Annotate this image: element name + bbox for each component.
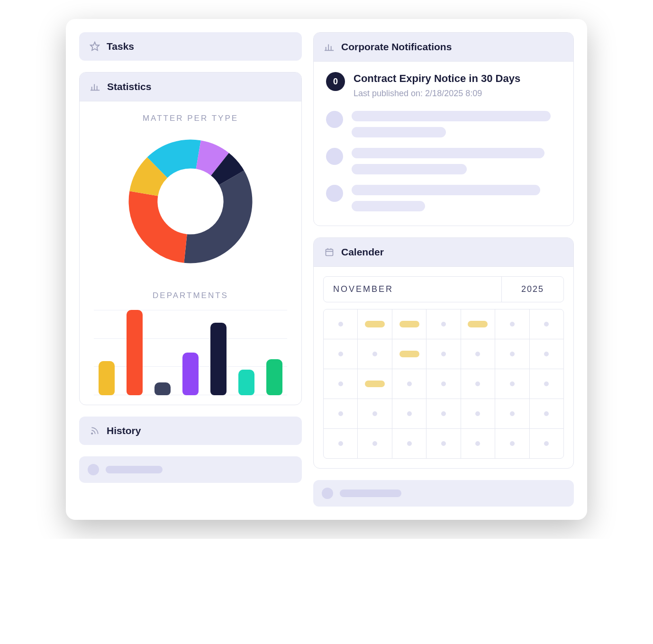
calendar-empty-dot: [338, 411, 343, 416]
notifications-title: Corporate Notifications: [341, 41, 452, 53]
calendar-cell[interactable]: [495, 369, 529, 399]
notification-placeholder: [326, 111, 561, 137]
calendar-cell[interactable]: [392, 429, 426, 458]
calendar-empty-dot: [338, 381, 343, 386]
calendar-cell[interactable]: [324, 399, 357, 428]
calendar-nav: NOVEMBER 2025: [323, 276, 564, 302]
calendar-event-pill: [365, 381, 385, 387]
calendar-cell[interactable]: [529, 339, 563, 369]
calendar-cell[interactable]: [461, 369, 495, 399]
calendar-empty-dot: [441, 352, 446, 356]
bar-chart: [94, 310, 287, 395]
notification-badge: 0: [326, 72, 345, 91]
calendar-cell[interactable]: [461, 339, 495, 369]
bar: [127, 310, 143, 395]
svg-point-5: [91, 433, 93, 435]
calendar-cell[interactable]: [392, 309, 426, 339]
calendar-cell[interactable]: [357, 339, 391, 369]
bar: [238, 370, 254, 395]
bar: [99, 361, 115, 395]
calendar-grid: [323, 309, 564, 459]
calendar-header: Calender: [314, 238, 573, 267]
calendar-cell[interactable]: [529, 369, 563, 399]
history-title: History: [107, 425, 141, 436]
calendar-cell[interactable]: [357, 309, 391, 339]
calendar-event-pill: [365, 321, 385, 327]
notifications-header: Corporate Notifications: [314, 33, 573, 62]
calendar-empty-dot: [544, 441, 549, 446]
calendar-event-pill: [399, 351, 419, 357]
calendar-empty-dot: [510, 322, 515, 327]
calendar-cell[interactable]: [392, 339, 426, 369]
calendar-cell[interactable]: [357, 429, 391, 458]
donut-label: MATTER PER TYPE: [89, 114, 292, 123]
calendar-cell[interactable]: [461, 399, 495, 428]
calendar-empty-dot: [510, 381, 515, 386]
notifications-card: Corporate Notifications 0 Contract Expir…: [313, 32, 574, 226]
calendar-empty-dot: [441, 411, 446, 416]
calendar-empty-dot: [475, 352, 480, 356]
calendar-cell[interactable]: [324, 369, 357, 399]
left-loading-placeholder: [79, 456, 302, 483]
calendar-month[interactable]: NOVEMBER: [324, 277, 502, 302]
notification-title: Contract Expiry Notice in 30 Days: [354, 72, 561, 86]
calendar-cell[interactable]: [495, 309, 529, 339]
bar-label: DEPARTMENTS: [89, 291, 292, 300]
bar: [266, 359, 282, 395]
calendar-empty-dot: [372, 352, 377, 356]
placeholder-line: [106, 466, 163, 473]
notification-placeholder: [326, 148, 561, 174]
calendar-empty-dot: [441, 381, 446, 386]
calendar-event-pill: [468, 321, 488, 327]
calendar-cell[interactable]: [461, 309, 495, 339]
calendar-empty-dot: [544, 381, 549, 386]
placeholder-dot: [88, 464, 99, 475]
rss-icon: [90, 426, 100, 436]
calendar-cell[interactable]: [495, 429, 529, 458]
calendar-cell[interactable]: [426, 309, 460, 339]
calendar-card: Calender NOVEMBER 2025: [313, 237, 574, 469]
donut-section: MATTER PER TYPE: [80, 101, 301, 291]
statistics-title: Statistics: [107, 81, 151, 92]
notification-subtitle: Last published on: 2/18/2025 8:09: [354, 89, 561, 99]
left-column: Tasks Statistics MATTER PER TYPE DEPARTM…: [79, 32, 302, 507]
star-icon: [90, 41, 100, 52]
dashboard: Tasks Statistics MATTER PER TYPE DEPARTM…: [66, 19, 587, 520]
calendar-cell[interactable]: [357, 399, 391, 428]
calendar-empty-dot: [441, 441, 446, 446]
calendar-icon: [324, 247, 335, 257]
calendar-cell[interactable]: [357, 369, 391, 399]
calendar-cell[interactable]: [426, 399, 460, 428]
calendar-empty-dot: [510, 352, 515, 356]
calendar-empty-dot: [407, 381, 412, 386]
calendar-empty-dot: [372, 441, 377, 446]
calendar-cell[interactable]: [324, 429, 357, 458]
calendar-cell[interactable]: [324, 309, 357, 339]
svg-rect-10: [326, 249, 333, 255]
calendar-cell[interactable]: [426, 369, 460, 399]
donut-chart: [122, 133, 259, 270]
calendar-empty-dot: [338, 352, 343, 356]
calendar-empty-dot: [475, 441, 480, 446]
calendar-cell[interactable]: [529, 309, 563, 339]
calendar-empty-dot: [475, 381, 480, 386]
calendar-cell[interactable]: [529, 399, 563, 428]
statistics-header: Statistics: [80, 73, 301, 101]
calendar-cell[interactable]: [392, 369, 426, 399]
calendar-cell[interactable]: [426, 339, 460, 369]
calendar-year[interactable]: 2025: [502, 277, 563, 302]
calendar-cell[interactable]: [461, 429, 495, 458]
bar: [154, 382, 171, 395]
calendar-title: Calender: [341, 246, 384, 258]
calendar-empty-dot: [441, 322, 446, 327]
calendar-cell[interactable]: [495, 399, 529, 428]
calendar-cell[interactable]: [324, 339, 357, 369]
notification-item[interactable]: 0 Contract Expiry Notice in 30 Days Last…: [326, 72, 561, 99]
history-panel-header[interactable]: History: [79, 417, 302, 445]
calendar-cell[interactable]: [529, 429, 563, 458]
calendar-cell[interactable]: [495, 339, 529, 369]
svg-marker-0: [91, 42, 99, 50]
calendar-cell[interactable]: [426, 429, 460, 458]
tasks-panel-header[interactable]: Tasks: [79, 32, 302, 61]
calendar-cell[interactable]: [392, 399, 426, 428]
